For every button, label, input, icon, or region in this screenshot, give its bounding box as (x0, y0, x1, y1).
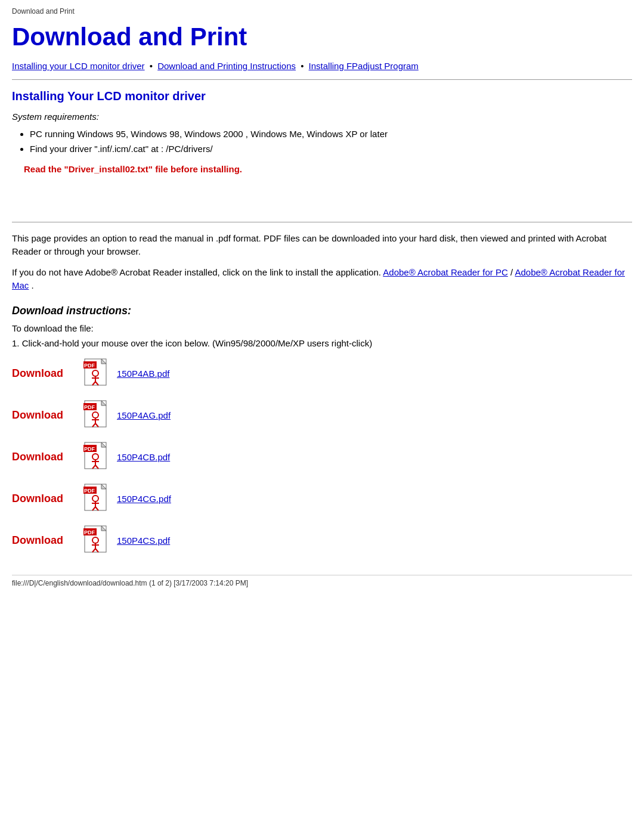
download-file-link[interactable]: 150P4CS.pdf (117, 535, 170, 546)
warning-text: Read the "Driver_install02.txt" file bef… (24, 164, 632, 174)
download-section-title: Download instructions: (12, 305, 632, 317)
spacer (12, 180, 632, 216)
pdf-icon: PDF (83, 400, 112, 432)
download-label: Download (12, 367, 83, 380)
download-label: Download (12, 493, 83, 505)
download-label: Download (12, 451, 83, 463)
download-row: Download PDF 150P4CG.pdf (12, 483, 632, 515)
divider-1 (12, 79, 632, 80)
download-file-link[interactable]: 150P4AB.pdf (117, 368, 169, 379)
section1-title: Installing Your LCD monitor driver (12, 89, 632, 103)
acrobat-text-before: If you do not have Adobe® Acrobat Reader… (12, 267, 381, 277)
svg-text:PDF: PDF (84, 363, 95, 368)
breadcrumb-link-2[interactable]: Download and Printing Instructions (157, 61, 296, 71)
pdf-icon: PDF (83, 441, 112, 473)
page-title: Download and Print (12, 23, 632, 51)
separator-2: • (301, 61, 306, 71)
acrobat-paragraph: If you do not have Adobe® Acrobat Reader… (12, 266, 632, 293)
svg-text:PDF: PDF (84, 404, 95, 410)
intro-paragraph: This page provides an option to read the… (12, 232, 632, 259)
pdf-icon: PDF (83, 358, 112, 390)
svg-text:PDF: PDF (84, 488, 95, 494)
divider-2 (12, 222, 632, 222)
download-list: Download PDF 150P4AB.pdfDownload PDF (12, 358, 632, 557)
acrobat-text-after: . (32, 280, 34, 290)
download-row: Download PDF 150P4CB.pdf (12, 441, 632, 473)
acrobat-link-pc[interactable]: Adobe® Acrobat Reader for PC (383, 267, 508, 277)
list-item: PC running Windows 95, Windows 98, Windo… (30, 126, 632, 142)
requirements-list: PC running Windows 95, Windows 98, Windo… (30, 126, 632, 157)
svg-text:PDF: PDF (84, 446, 95, 452)
breadcrumb-link-1[interactable]: Installing your LCD monitor driver (12, 61, 145, 71)
pdf-icon: PDF (83, 525, 112, 557)
download-file-link[interactable]: 150P4CG.pdf (117, 494, 171, 504)
download-file-link[interactable]: 150P4CB.pdf (117, 452, 170, 462)
breadcrumb-link-3[interactable]: Installing FPadjust Program (309, 61, 419, 71)
download-row: Download PDF 150P4AG.pdf (12, 400, 632, 432)
download-label: Download (12, 409, 83, 422)
separator-1: • (150, 61, 155, 71)
browser-title: Download and Print (12, 6, 632, 17)
svg-text:PDF: PDF (84, 529, 95, 535)
download-row: Download PDF 150P4AB.pdf (12, 358, 632, 390)
download-row: Download PDF 150P4CS.pdf (12, 525, 632, 557)
to-download-text: To download the file: (12, 323, 632, 333)
pdf-icon: PDF (83, 483, 112, 515)
footer: file:///D|/C/english/download/download.h… (12, 575, 632, 587)
download-label: Download (12, 534, 83, 547)
list-item: Find your driver ".inf/.icm/.cat" at : /… (30, 141, 632, 157)
breadcrumb: Installing your LCD monitor driver • Dow… (12, 60, 632, 73)
download-file-link[interactable]: 150P4AG.pdf (117, 410, 171, 420)
system-req-label: System requirements: (12, 112, 632, 122)
click-instruction: 1. Click-and-hold your mouse over the ic… (12, 338, 632, 348)
